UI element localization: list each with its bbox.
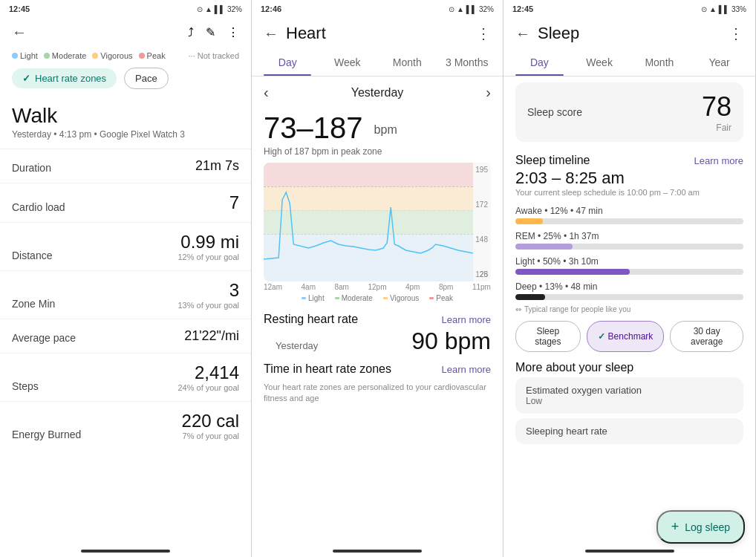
tab-week-p2[interactable]: Week bbox=[318, 49, 378, 76]
metric-distance: Distance 0.99 mi 12% of your goal bbox=[0, 222, 251, 270]
sleep-time-range: 2:03 – 8:25 am bbox=[504, 169, 755, 188]
panel-walk: 12:45 ⊙ ▲ ▌▌ 32% ← ⤴ ✎ ⋮ Light Moderate … bbox=[0, 0, 252, 557]
metric-zone-min: Zone Min 3 13% of your goal bbox=[0, 270, 251, 319]
chart-y-labels: 195 172 148 128 bbox=[475, 163, 488, 281]
tab-day-p2[interactable]: Day bbox=[258, 49, 318, 76]
zones-header: Time in heart rate zones Learn more bbox=[252, 355, 503, 377]
activity-title: Walk bbox=[0, 95, 251, 129]
rem-bar-fill bbox=[515, 244, 573, 250]
more-dots-p3[interactable]: ⋮ bbox=[729, 25, 743, 42]
battery-p1: ⊙ ▲ ▌▌ 32% bbox=[197, 5, 242, 13]
legend-vigorous: Vigorous bbox=[92, 51, 132, 60]
time-p3: 12:45 bbox=[512, 4, 533, 13]
peak-zone-dot bbox=[429, 297, 434, 299]
tab-year-p3[interactable]: Year bbox=[689, 49, 749, 76]
legend-moderate-p2: Moderate bbox=[335, 294, 373, 302]
benchmark-button[interactable]: ✓ Benchmark bbox=[587, 321, 665, 352]
legend-peak: Peak bbox=[139, 51, 166, 60]
date-nav: ‹ Yesterday › bbox=[252, 76, 503, 108]
activity-subtitle: Yesterday • 4:13 pm • Google Pixel Watch… bbox=[0, 129, 251, 149]
share-icon[interactable]: ⤴ bbox=[188, 26, 194, 39]
back-button-p1[interactable]: ← bbox=[12, 24, 27, 41]
status-bar-p2: 12:46 ⊙ ▲ ▌▌ 32% bbox=[252, 0, 503, 18]
moderate-dot bbox=[44, 53, 50, 59]
awake-bar-fill bbox=[515, 218, 543, 224]
not-tracked: ··· Not tracked bbox=[189, 51, 239, 60]
heart-rate-zones-button[interactable]: ✓ Heart rate zones bbox=[12, 68, 117, 88]
check-icon: ✓ bbox=[22, 73, 30, 84]
pace-button[interactable]: Pace bbox=[124, 68, 169, 89]
vigorous-zone-dot bbox=[383, 297, 388, 299]
location-icon: ⊙ bbox=[701, 5, 707, 13]
tab-3months-p2[interactable]: 3 Months bbox=[437, 49, 498, 76]
legend-peak-p2: Peak bbox=[429, 294, 453, 302]
heart-title: ← Heart bbox=[264, 24, 326, 43]
metric-steps: Steps 2,414 24% of your goal bbox=[0, 353, 251, 401]
heart-rate-svg bbox=[264, 163, 473, 281]
sleep-timeline-header: Sleep timeline Learn more bbox=[504, 148, 755, 169]
rem-bar-bg bbox=[515, 244, 743, 250]
zones-note: Your heart rate zones are personalized t… bbox=[252, 377, 503, 409]
plus-icon: + bbox=[671, 519, 680, 535]
resting-value: 90 bpm bbox=[411, 328, 491, 355]
metric-energy: Energy Burned 220 cal 7% of your goal bbox=[0, 401, 251, 449]
more-card-oxygen: Estimated oxygen variation Low bbox=[515, 377, 743, 414]
camera-icon: ⊙ bbox=[197, 5, 203, 13]
zones-learn-more[interactable]: Learn more bbox=[442, 364, 491, 375]
tab-month-p2[interactable]: Month bbox=[377, 49, 437, 76]
time-p1: 12:45 bbox=[9, 4, 30, 13]
typical-range-icon: ⇔ bbox=[515, 305, 521, 313]
heart-high: High of 187 bpm in peak zone bbox=[252, 145, 503, 163]
sleep-tabs: Day Week Month Year bbox=[504, 49, 755, 76]
metric-cardio-load: Cardio load 7 bbox=[0, 183, 251, 222]
sleep-stages-button[interactable]: Sleep stages bbox=[515, 321, 581, 352]
back-button-p3[interactable]: ← bbox=[515, 25, 530, 42]
signal-icon-p3: ▌▌ bbox=[719, 5, 729, 13]
moderate-zone-dot bbox=[335, 297, 339, 299]
wifi-icon: ▲ bbox=[205, 5, 212, 13]
wifi-icon-p2: ▲ bbox=[457, 5, 464, 13]
home-indicator-p3 bbox=[585, 550, 674, 553]
light-bar-fill bbox=[515, 269, 630, 275]
30day-button[interactable]: 30 day average bbox=[670, 321, 743, 352]
light-bar-bg bbox=[515, 269, 743, 275]
light-zone-dot bbox=[302, 297, 306, 299]
log-sleep-button[interactable]: + Log sleep bbox=[656, 510, 745, 544]
home-indicator-p2 bbox=[333, 550, 422, 553]
resting-learn-more[interactable]: Learn more bbox=[442, 314, 491, 325]
stage-light: Light • 50% • 3h 10m bbox=[504, 253, 755, 278]
tab-week-p3[interactable]: Week bbox=[570, 49, 630, 76]
timeline-learn-more[interactable]: Learn more bbox=[694, 155, 743, 166]
deep-bar-fill bbox=[515, 294, 545, 300]
back-button-p2[interactable]: ← bbox=[264, 25, 278, 42]
awake-bar-bg bbox=[515, 218, 743, 224]
edit-icon[interactable]: ✎ bbox=[206, 25, 215, 39]
time-p2: 12:46 bbox=[261, 4, 281, 13]
battery-p3: ⊙ ▲ ▌▌ 33% bbox=[701, 5, 746, 13]
date-prev-button[interactable]: ‹ bbox=[264, 84, 269, 101]
benchmark-check-icon: ✓ bbox=[598, 331, 605, 342]
more-dots-p1[interactable]: ⋮ bbox=[227, 25, 239, 39]
metric-avg-pace: Average pace 21'22"/mi bbox=[0, 319, 251, 353]
sleep-schedule: Your current sleep schedule is 10:00 pm … bbox=[504, 188, 755, 203]
sleep-score-card: Sleep score 78 Fair bbox=[515, 82, 743, 142]
tab-day-p3[interactable]: Day bbox=[509, 49, 570, 76]
resting-hr-header: Resting heart rate Learn more bbox=[252, 305, 503, 328]
battery-p2: ⊙ ▲ ▌▌ 32% bbox=[449, 5, 494, 13]
signal-icon-p2: ▌▌ bbox=[466, 5, 477, 13]
legend-light-p2: Light bbox=[302, 294, 325, 302]
zone-25-label: 25 bbox=[480, 270, 488, 278]
heart-range: 73–187 bpm bbox=[252, 108, 503, 145]
zone-legend: Light Moderate Vigorous Peak ··· Not tra… bbox=[0, 47, 251, 65]
toolbar-icons: ⤴ ✎ ⋮ bbox=[188, 25, 239, 39]
date-next-button[interactable]: › bbox=[486, 84, 491, 101]
peak-dot bbox=[139, 53, 145, 59]
stage-rem: REM • 25% • 1h 37m bbox=[504, 228, 755, 253]
more-dots-p2[interactable]: ⋮ bbox=[476, 25, 491, 42]
sleep-buttons-row: Sleep stages ✓ Benchmark 30 day average bbox=[504, 318, 755, 355]
tab-month-p3[interactable]: Month bbox=[630, 49, 690, 76]
date-label: Yesterday bbox=[351, 86, 404, 100]
p1-toolbar: ← ⤴ ✎ ⋮ bbox=[0, 18, 251, 47]
p2-header: ← Heart ⋮ bbox=[252, 18, 503, 49]
resting-label: Yesterday bbox=[264, 340, 330, 351]
